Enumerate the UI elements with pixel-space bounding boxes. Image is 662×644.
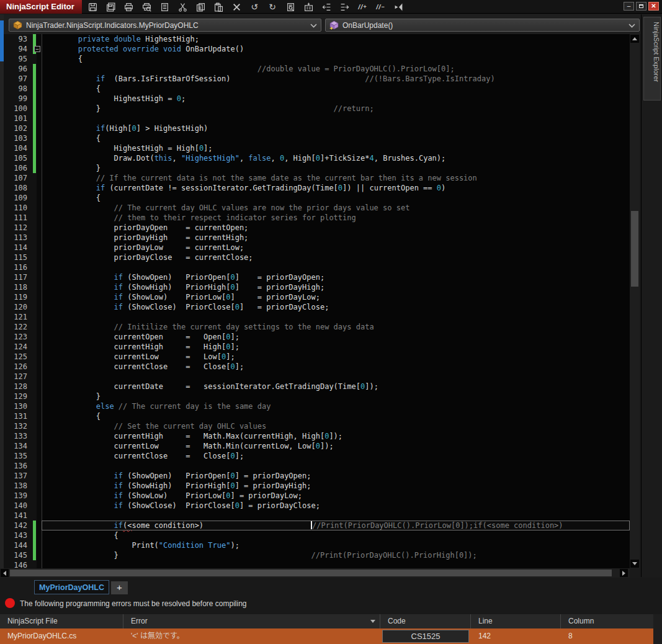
code-text[interactable] [42, 262, 630, 272]
vertical-scroll-thumb[interactable] [631, 211, 638, 287]
code-text[interactable]: if (Bars.IsFirstBarOfSession) //(!Bars.B… [42, 74, 630, 84]
code-text[interactable]: } //Print(PriorDayOHLC().PriorHigh[0]); [42, 550, 630, 560]
code-text[interactable]: priorDayClose = currentClose; [42, 253, 630, 262]
code-text[interactable]: // The current day OHLC values are now t… [42, 203, 630, 213]
copy-icon[interactable] [195, 2, 205, 12]
error-row-column[interactable]: 8 [561, 628, 653, 644]
code-text[interactable]: if (ShowClose) PriorClose[0] = priorDayC… [42, 302, 630, 312]
delete-icon[interactable] [231, 2, 241, 12]
code-text[interactable]: if (ShowOpen) PriorOpen[0] = priorDayOpe… [42, 272, 630, 282]
add-tab-button[interactable]: + [111, 581, 128, 594]
code-text[interactable]: priorDayLow = currentLow; [42, 243, 630, 253]
code-text[interactable]: currentLow = Low[0]; [42, 352, 630, 362]
code-text[interactable]: if (ShowHigh) PriorHigh[0] = priorDayHig… [42, 481, 630, 491]
outdent-icon[interactable] [321, 2, 331, 12]
code-text[interactable]: Draw.Dot(this, "HighestHigh", false, 0, … [42, 153, 630, 163]
column-header-line[interactable]: Line [471, 614, 561, 628]
code-text[interactable]: } //return; [42, 104, 630, 114]
redo-icon[interactable]: ↻ [267, 2, 277, 12]
collapse-region-icon[interactable]: − [34, 46, 40, 52]
code-text[interactable]: currentOpen = Open[0]; [42, 332, 630, 342]
code-text[interactable]: // If the current data is not the same d… [42, 173, 630, 183]
code-text[interactable]: currentClose = Close[0]; [42, 362, 630, 372]
close-button[interactable]: ✕ [648, 2, 659, 11]
code-text[interactable]: { [42, 133, 630, 143]
find-in-files-icon[interactable] [285, 2, 295, 12]
error-row-message[interactable]: '<' は無効です。 [123, 628, 380, 644]
member-selector-dropdown[interactable]: OnBarUpdate() [325, 19, 640, 32]
horizontal-scrollbar[interactable] [0, 568, 630, 578]
ninjascript-explorer-tab[interactable]: NinjaScript Explorer [643, 17, 661, 101]
save-all-icon[interactable] [105, 2, 115, 12]
debug-icon[interactable] [393, 2, 403, 12]
code-text[interactable]: //double value = PriorDayOHLC().PriorLow… [42, 64, 630, 74]
code-text[interactable] [42, 312, 630, 322]
code-text[interactable]: currentClose = Close[0]; [42, 451, 630, 461]
code-text[interactable]: if (currentDate != sessionIterator.GetTr… [42, 183, 630, 193]
code-text[interactable]: HighestHigh = 0; [42, 94, 630, 104]
code-text[interactable]: if (ShowHigh) PriorHigh[0] = priorDayHig… [42, 282, 630, 292]
uncomment-selection-icon[interactable]: //− [375, 2, 385, 12]
save-icon[interactable] [87, 2, 97, 12]
column-header-file[interactable]: NinjaScript File [0, 614, 123, 628]
paste-icon[interactable] [213, 2, 223, 12]
indent-icon[interactable] [339, 2, 349, 12]
print-icon[interactable] [123, 2, 133, 12]
code-text[interactable]: currentHigh = High[0]; [42, 342, 630, 352]
type-selector-dropdown[interactable]: NinjaTrader.NinjaScript.Indicators.MyPri… [9, 19, 321, 32]
error-row-line[interactable]: 142 [471, 628, 561, 644]
filter-arrow-icon[interactable] [370, 620, 375, 623]
code-text[interactable] [42, 560, 630, 568]
vertical-scrollbar[interactable] [630, 34, 640, 568]
code-text[interactable]: else // The current day is the same day [42, 401, 630, 411]
code-text[interactable]: if (ShowClose) PriorClose[0] = priorDayC… [42, 501, 630, 511]
code-text[interactable]: priorDayOpen = currentOpen; [42, 223, 630, 233]
document-tab-mypriordayohlc[interactable]: MyPriorDayOHLC [34, 580, 109, 594]
code-text[interactable]: if (ShowLow) PriorLow[0] = priorDayLow; [42, 292, 630, 302]
code-text[interactable]: currentLow = Math.Min(currentLow, Low[0]… [42, 441, 630, 451]
error-row-code[interactable]: CS1525 [380, 628, 471, 644]
code-text[interactable]: // Set the current day OHLC values [42, 421, 630, 431]
code-text[interactable]: { [42, 530, 630, 540]
scroll-right-button[interactable] [620, 569, 628, 577]
code-text[interactable]: } [42, 163, 630, 173]
code-text[interactable]: // Initilize the current day settings to… [42, 322, 630, 332]
table-scrollbar[interactable] [653, 614, 662, 644]
compile-icon[interactable] [303, 2, 313, 12]
code-text[interactable] [42, 372, 630, 382]
minimize-button[interactable]: – [624, 2, 634, 11]
code-text[interactable]: priorDayHigh = currentHigh; [42, 233, 630, 243]
code-text[interactable] [42, 461, 630, 471]
column-header-error[interactable]: Error [123, 614, 380, 628]
code-text[interactable]: if(High[0] > HighestHigh) [42, 123, 630, 133]
code-text[interactable]: { [42, 84, 630, 94]
column-header-code[interactable]: Code [380, 614, 471, 628]
code-text[interactable]: protected override void OnBarUpdate() [42, 44, 630, 54]
code-text[interactable]: private double HighestHigh; [42, 34, 630, 44]
scroll-left-button[interactable] [1, 569, 9, 577]
cut-icon[interactable] [177, 2, 187, 12]
code-text[interactable]: if (ShowLow) PriorLow[0] = priorDayLow; [42, 491, 630, 501]
code-text-current-line[interactable]: if(<some condition>) //Print(PriorDayOHL… [42, 521, 630, 530]
maximize-button[interactable] [636, 2, 646, 11]
column-header-column[interactable]: Column [561, 614, 653, 628]
horizontal-scroll-thumb[interactable] [10, 570, 612, 576]
print-preview-icon[interactable] [141, 2, 151, 12]
code-text[interactable]: Print("Condition True"); [42, 540, 630, 550]
scroll-down-button[interactable] [630, 560, 639, 568]
code-text[interactable] [42, 511, 630, 521]
comment-selection-icon[interactable]: //+ [357, 2, 367, 12]
select-all-icon[interactable] [159, 2, 169, 12]
code-text[interactable]: { [42, 411, 630, 421]
code-text[interactable]: if (ShowOpen) PriorOpen[0] = priorDayOpe… [42, 471, 630, 481]
code-text[interactable]: // them to their respect indicator serie… [42, 213, 630, 223]
code-text[interactable]: { [42, 54, 630, 64]
code-editor[interactable]: 93 private double HighestHigh;94− protec… [4, 34, 630, 568]
code-text[interactable]: { [42, 193, 630, 203]
code-text[interactable]: } [42, 391, 630, 401]
undo-icon[interactable]: ↺ [249, 2, 259, 12]
code-text[interactable]: HighestHigh = High[0]; [42, 143, 630, 153]
code-text[interactable] [42, 114, 630, 123]
code-text[interactable]: currentDate = sessionIterator.GetTrading… [42, 382, 630, 391]
code-text[interactable]: currentHigh = Math.Max(currentHigh, High… [42, 431, 630, 441]
